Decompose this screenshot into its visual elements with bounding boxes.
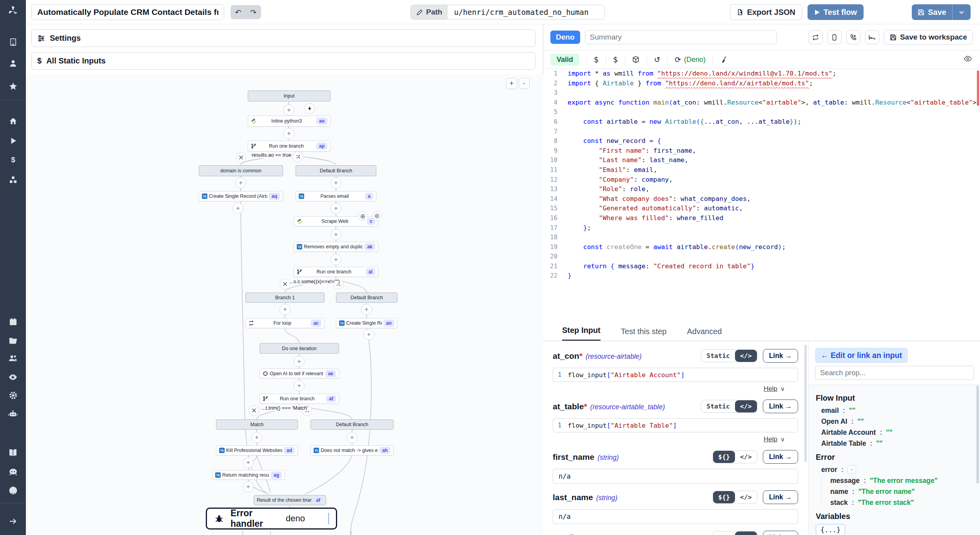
input-mode-toggle[interactable]: ${}</> [713, 491, 757, 504]
windmill-logo[interactable] [0, 3, 26, 19]
eye-icon[interactable] [0, 369, 26, 385]
flow-node[interactable]: Run one branchaf [260, 394, 339, 404]
add-step-button[interactable]: + [232, 203, 243, 214]
static-inputs-bar[interactable]: $ All Static Inputs [31, 52, 535, 70]
save-button[interactable]: Save [912, 4, 952, 20]
save-dropdown-button[interactable] [953, 4, 971, 20]
add-step-button[interactable]: + [235, 177, 246, 188]
path-field[interactable]: Path u/henri/crm_automated_no_human [410, 5, 605, 20]
remove-branch-icon[interactable] [249, 405, 260, 416]
flow-node[interactable]: domain is common [199, 165, 283, 176]
form-scrollbar[interactable] [804, 345, 807, 462]
prop-item[interactable]: Open AI:"" [816, 416, 980, 427]
prop-item[interactable]: message:"The error message" [821, 475, 980, 486]
help-link[interactable]: Help [764, 436, 777, 443]
test-flow-button[interactable]: Test flow [808, 4, 864, 20]
code-editor[interactable]: 1import * as wmill from "https://deno.la… [543, 69, 980, 323]
flow-node[interactable]: Result of the chosen branchaf [254, 495, 326, 505]
flow-node[interactable]: For loopac [245, 318, 325, 328]
undo-icon[interactable]: ↺ [648, 54, 666, 65]
export-json-button[interactable]: Export JSON [730, 4, 802, 20]
user-icon[interactable] [0, 55, 26, 71]
input-mode-toggle[interactable]: ${}</> [713, 531, 757, 535]
tab-advanced[interactable]: Advanced [687, 327, 722, 341]
prop-item[interactable]: error:- [816, 464, 980, 475]
add-step-button[interactable]: + [330, 229, 341, 240]
flow-node[interactable]: Run one branchap [248, 141, 330, 152]
add-step-button[interactable]: + [330, 203, 341, 214]
add-step-button[interactable]: + [330, 177, 341, 188]
add-step-button[interactable]: + [283, 128, 294, 139]
flow-node[interactable]: Do one iteration [260, 343, 339, 354]
input-mode-toggle[interactable]: Static</> [701, 349, 757, 362]
inline-expression-editor[interactable]: 1flow_input["Airtable Table"] [553, 418, 798, 432]
zoom-in-button[interactable]: + [506, 78, 517, 89]
field-value-input[interactable] [553, 469, 798, 484]
input-mode-toggle[interactable]: Static</> [701, 400, 757, 413]
calendar-icon[interactable] [0, 314, 26, 329]
prop-item[interactable]: Airtable Account:"" [816, 427, 980, 438]
link-button[interactable]: Link → [763, 531, 798, 535]
prop-item[interactable]: name:"The error name" [821, 486, 980, 497]
book-icon[interactable] [0, 445, 26, 461]
robot-icon[interactable] [0, 406, 26, 422]
dollar-button-2[interactable]: $ [608, 54, 623, 65]
prop-search-input[interactable] [815, 366, 974, 380]
prop-scrollbar[interactable] [976, 385, 979, 483]
flow-title-input[interactable] [31, 4, 224, 20]
star-icon[interactable] [0, 78, 26, 94]
flow-node[interactable]: Inline python3ao [248, 116, 330, 127]
bed-icon[interactable] [865, 30, 879, 44]
save-to-workspace-button[interactable]: Save to workspace [884, 30, 973, 45]
panel-icon[interactable] [828, 30, 842, 44]
add-step-button[interactable]: + [279, 304, 290, 315]
prop-item[interactable]: Airtable Table:"" [816, 438, 980, 449]
cycle-icon[interactable] [809, 30, 823, 44]
add-step-button[interactable]: + [294, 380, 305, 391]
error-handler-toggle[interactable] [328, 513, 329, 524]
field-value-input[interactable] [553, 509, 798, 524]
trigger-bolt-icon[interactable] [305, 103, 315, 114]
flow-node[interactable]: Match [216, 419, 298, 430]
add-step-button[interactable]: + [361, 304, 372, 315]
gear-icon[interactable] [0, 387, 26, 403]
discord-icon[interactable] [0, 464, 26, 479]
link-button[interactable]: Link → [763, 399, 798, 413]
flow-node[interactable]: TSReturn matching resultag [212, 470, 285, 480]
format-broom-icon[interactable] [715, 54, 733, 65]
error-handler-node[interactable]: Error handler deno [206, 508, 337, 530]
phone-incoming-icon[interactable] [846, 30, 860, 44]
eye-icon[interactable] [964, 54, 972, 63]
add-step-button[interactable]: + [363, 329, 374, 340]
flow-node[interactable]: Branch 1 [245, 293, 325, 303]
input-mode-toggle[interactable]: ${}</> [713, 450, 757, 463]
dollar-icon[interactable]: $ [0, 152, 26, 168]
delete-node-icon[interactable] [372, 211, 381, 221]
add-step-button[interactable]: + [294, 356, 305, 367]
dollar-button[interactable]: $ [588, 54, 604, 65]
assets-refresh-button[interactable]: ⟳(Deno) [669, 54, 711, 65]
home-icon[interactable] [0, 113, 26, 129]
link-button[interactable]: Link → [763, 450, 798, 464]
building-icon[interactable] [0, 34, 26, 50]
flow-node[interactable]: Input [248, 90, 330, 101]
edit-or-link-button[interactable]: ← Edit or link an input [815, 348, 908, 363]
flow-node[interactable]: Run one branchal [294, 267, 378, 277]
object-expand-button[interactable]: {...} [816, 524, 845, 535]
tab-step-input[interactable]: Step Input [562, 326, 601, 341]
flow-node[interactable]: TSCreate Single Record (Airtable)an [336, 318, 397, 328]
settings-bar[interactable]: Settings [31, 29, 535, 47]
tab-test-this-step[interactable]: Test this step [621, 327, 667, 341]
package-icon[interactable] [627, 54, 645, 65]
link-button[interactable]: Link → [763, 349, 798, 363]
collapse-button[interactable]: - [848, 465, 856, 474]
prop-item[interactable]: stack:"The error stack" [821, 497, 980, 508]
summary-input[interactable] [585, 30, 777, 44]
expand-arrow-icon[interactable] [0, 513, 26, 529]
redo-button[interactable]: ↷ [246, 5, 261, 19]
flow-node[interactable]: Default Branch [310, 419, 394, 430]
flow-node[interactable]: TSParses emaila [296, 191, 376, 201]
cubes-icon[interactable] [0, 172, 26, 188]
add-step-button[interactable]: + [243, 457, 254, 468]
zoom-out-button[interactable]: - [519, 78, 530, 89]
